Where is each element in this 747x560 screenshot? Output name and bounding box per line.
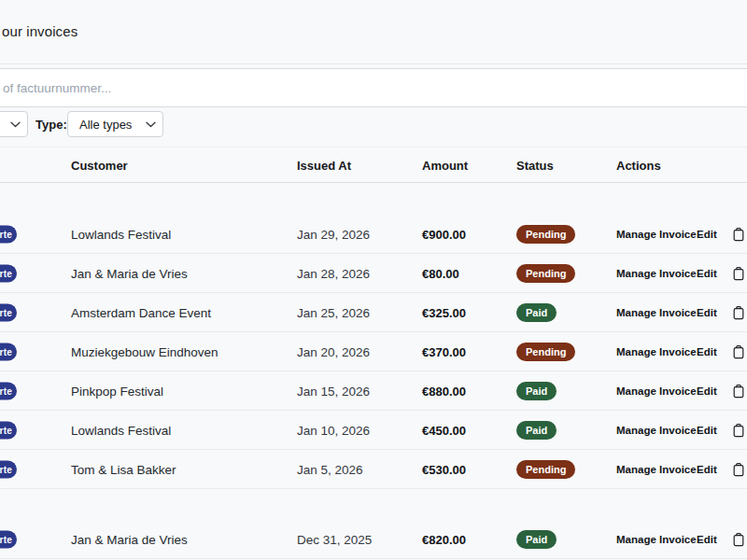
amount-cell: €900.00 (422, 227, 466, 241)
status-badge: Pending (516, 460, 575, 479)
edit-button[interactable]: Edit (697, 229, 717, 240)
issued-at-cell: Jan 25, 2026 (297, 305, 370, 319)
invoice-row: rte Jan & Maria de Vries Dec 31, 2025 €8… (0, 520, 747, 559)
manage-invoice-button[interactable]: Manage Invoice (616, 346, 697, 357)
trash-icon (732, 305, 745, 320)
invoices-page: our invoices Type: Alle types Customer I… (0, 0, 747, 560)
invoice-row: rte Jan & Maria de Vries Jan 28, 2026 €8… (0, 254, 747, 293)
status-badge: Paid (516, 421, 557, 440)
table-body: rte Lowlands Festival Jan 29, 2026 €900.… (0, 184, 747, 559)
manage-invoice-button[interactable]: Manage Invoice (616, 307, 697, 318)
edit-button[interactable]: Edit (697, 534, 717, 545)
amount-cell: €530.00 (422, 462, 466, 476)
invoice-row: rte Muziekgebouw Eindhoven Jan 20, 2026 … (0, 332, 747, 371)
delete-button[interactable] (732, 384, 745, 399)
status-badge: Pending (516, 225, 575, 244)
delete-button[interactable] (732, 532, 745, 547)
manage-invoice-button[interactable]: Manage Invoice (616, 534, 697, 545)
manage-invoice-button[interactable]: Manage Invoice (616, 229, 697, 240)
type-badge: rte (0, 460, 17, 478)
type-badge: rte (0, 303, 17, 321)
manage-invoice-button[interactable]: Manage Invoice (616, 385, 697, 397)
delete-button[interactable] (732, 266, 745, 281)
edit-button[interactable]: Edit (697, 268, 717, 279)
type-filter-label: Type: (35, 111, 67, 137)
status-badge: Paid (516, 530, 557, 549)
invoice-row: rte Tom & Lisa Bakker Jan 5, 2026 €530.0… (0, 450, 747, 489)
type-badge: rte (0, 343, 17, 360)
delete-button[interactable] (732, 423, 745, 438)
manage-invoice-button[interactable]: Manage Invoice (616, 425, 697, 436)
chevron-down-icon (10, 121, 21, 128)
amount-cell: €820.00 (422, 532, 466, 546)
search-box (0, 68, 747, 107)
customer-cell: Lowlands Festival (71, 423, 171, 437)
trash-icon (732, 532, 745, 547)
type-badge: rte (0, 264, 17, 282)
trash-icon (732, 266, 745, 281)
issued-at-cell: Jan 5, 2026 (297, 462, 363, 476)
invoice-row: rte Amsterdam Dance Event Jan 25, 2026 €… (0, 293, 747, 332)
table-header-row: Customer Issued At Amount Status Actions (0, 147, 747, 183)
group-spacer (0, 184, 747, 215)
trash-icon (732, 227, 745, 242)
issued-at-cell: Jan 28, 2026 (297, 266, 370, 280)
amount-cell: €370.00 (422, 344, 466, 358)
column-header-actions: Actions (616, 158, 661, 172)
column-header-issued-at: Issued At (297, 158, 351, 172)
column-header-status: Status (516, 158, 554, 172)
status-badge: Pending (516, 264, 575, 283)
customer-cell: Jan & Maria de Vries (71, 266, 188, 280)
status-badge: Paid (516, 303, 557, 322)
type-filter-select[interactable]: Alle types (67, 111, 163, 137)
type-badge: rte (0, 382, 17, 399)
group-spacer (0, 489, 747, 520)
manage-invoice-button[interactable]: Manage Invoice (616, 268, 697, 279)
trash-icon (732, 344, 745, 359)
type-badge: rte (0, 421, 17, 439)
edit-button[interactable]: Edit (697, 307, 717, 318)
edit-button[interactable]: Edit (697, 346, 717, 357)
status-badge: Paid (516, 382, 557, 400)
edit-button[interactable]: Edit (697, 464, 717, 475)
type-badge: rte (0, 530, 17, 548)
customer-cell: Tom & Lisa Bakker (71, 462, 176, 476)
issued-at-cell: Jan 29, 2026 (297, 227, 370, 241)
filter-select-truncated[interactable] (0, 111, 28, 137)
type-badge: rte (0, 225, 17, 243)
trash-icon (732, 423, 745, 438)
issued-at-cell: Jan 10, 2026 (297, 423, 370, 437)
issued-at-cell: Jan 20, 2026 (297, 344, 370, 358)
customer-cell: Lowlands Festival (71, 227, 171, 241)
column-header-amount: Amount (422, 158, 468, 172)
search-input[interactable] (0, 69, 747, 106)
customer-cell: Amsterdam Dance Event (71, 305, 211, 319)
invoice-row: rte Lowlands Festival Jan 10, 2026 €450.… (0, 411, 747, 450)
delete-button[interactable] (732, 344, 745, 359)
delete-button[interactable] (732, 227, 745, 242)
header-divider (0, 63, 747, 64)
delete-button[interactable] (732, 305, 745, 320)
type-filter-value: Alle types (79, 118, 132, 132)
chevron-down-icon (146, 121, 156, 128)
edit-button[interactable]: Edit (697, 385, 717, 397)
issued-at-cell: Jan 15, 2026 (297, 384, 370, 398)
column-header-customer: Customer (71, 158, 128, 172)
trash-icon (732, 462, 745, 477)
amount-cell: €880.00 (422, 384, 466, 398)
amount-cell: €450.00 (422, 423, 466, 437)
manage-invoice-button[interactable]: Manage Invoice (616, 464, 697, 475)
customer-cell: Jan & Maria de Vries (71, 532, 188, 546)
customer-cell: Pinkpop Festival (71, 384, 163, 398)
page-title: our invoices (2, 23, 78, 39)
issued-at-cell: Dec 31, 2025 (297, 532, 372, 546)
customer-cell: Muziekgebouw Eindhoven (71, 344, 218, 358)
edit-button[interactable]: Edit (697, 425, 717, 436)
amount-cell: €80.00 (422, 266, 459, 280)
invoice-row: rte Lowlands Festival Jan 29, 2026 €900.… (0, 215, 747, 254)
status-badge: Pending (516, 343, 575, 361)
invoice-row: rte Pinkpop Festival Jan 15, 2026 €880.0… (0, 371, 747, 411)
trash-icon (732, 384, 745, 399)
amount-cell: €325.00 (422, 305, 466, 319)
delete-button[interactable] (732, 462, 745, 477)
